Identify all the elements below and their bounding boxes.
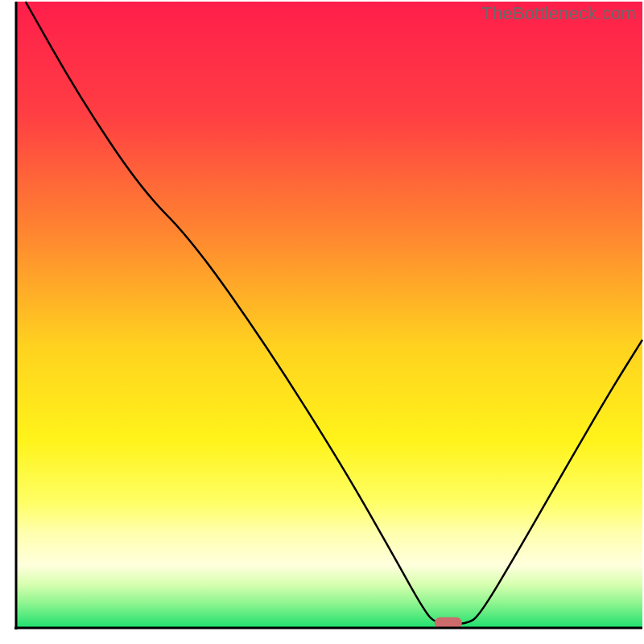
- bottleneck-chart: [0, 0, 644, 644]
- chart-container: TheBottleneck.com: [0, 0, 644, 644]
- plot-background: [16, 2, 642, 628]
- watermark-text: TheBottleneck.com: [481, 3, 636, 24]
